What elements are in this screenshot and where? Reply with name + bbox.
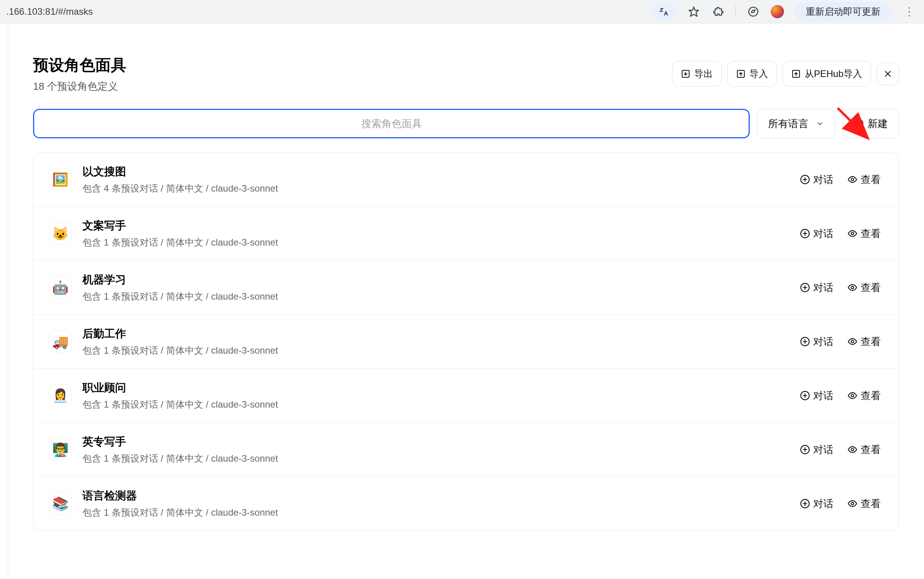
chevron-down-icon [816,119,824,128]
chat-label: 对话 [813,389,833,403]
plus-circle-icon [800,499,810,509]
language-select[interactable]: 所有语言 [757,109,835,138]
plus-circle-icon [800,283,810,293]
mask-title: 语言检测器 [82,488,800,503]
view-button[interactable]: 查看 [847,173,881,187]
page-title: 预设角色面具 [33,54,126,76]
import-pehub-button[interactable]: 从PEHub导入 [782,61,871,87]
plus-circle-icon [800,174,810,185]
language-label: 所有语言 [768,117,808,131]
eye-icon [847,228,858,239]
import-button[interactable]: 导入 [727,61,777,87]
mask-emoji: 📚 [49,492,72,515]
plus-circle-icon [800,445,810,455]
divider [735,6,736,17]
svg-point-15 [851,340,854,343]
mask-title: 后勤工作 [82,326,800,341]
svg-marker-0 [689,7,698,16]
browser-toolbar: .166.103:81/#/masks 重新启动即可更新 ⋮ [0,0,924,23]
mask-title: 以文搜图 [82,164,800,179]
upload-icon [791,69,801,78]
view-label: 查看 [861,497,881,511]
new-label: 新建 [868,117,888,131]
view-label: 查看 [861,335,881,349]
svg-point-21 [851,502,854,505]
mask-row: 🚚 后勤工作 包含 1 条预设对话 / 简体中文 / claude-3-sonn… [33,315,899,369]
eye-icon [847,391,858,401]
export-label: 导出 [694,68,713,80]
mask-row: 🖼️ 以文搜图 包含 4 条预设对话 / 简体中文 / claude-3-son… [33,153,899,207]
star-icon[interactable] [687,5,700,18]
upload-icon [736,69,746,78]
new-button[interactable]: 新建 [842,109,899,138]
view-button[interactable]: 查看 [847,443,881,457]
extensions-icon[interactable] [711,5,724,18]
chat-label: 对话 [813,173,833,187]
mask-subtitle: 包含 1 条预设对话 / 简体中文 / claude-3-sonnet [82,290,800,303]
view-button[interactable]: 查看 [847,335,881,349]
mask-emoji: 🚚 [49,330,72,353]
browser-update-button[interactable]: 重新启动即可更新 [795,2,891,21]
view-label: 查看 [861,227,881,241]
browser-menu-icon[interactable]: ⋮ [902,5,916,18]
close-button[interactable] [877,63,899,85]
chat-button[interactable]: 对话 [800,227,833,241]
view-button[interactable]: 查看 [847,497,881,511]
view-button[interactable]: 查看 [847,389,881,403]
view-label: 查看 [861,389,881,403]
chat-button[interactable]: 对话 [800,443,833,457]
mask-emoji: 🖼️ [49,168,72,191]
plus-circle-icon [800,228,810,239]
mask-subtitle: 包含 4 条预设对话 / 简体中文 / claude-3-sonnet [82,182,800,195]
mask-emoji: 👩‍💼 [49,384,72,407]
view-label: 查看 [861,173,881,187]
search-input[interactable] [34,118,749,130]
mask-subtitle: 包含 1 条预设对话 / 简体中文 / claude-3-sonnet [82,344,800,357]
view-label: 查看 [861,281,881,295]
plus-circle-icon [800,337,810,347]
chat-button[interactable]: 对话 [800,497,833,511]
mask-list: 🖼️ 以文搜图 包含 4 条预设对话 / 简体中文 / claude-3-son… [33,152,899,531]
mask-subtitle: 包含 1 条预设对话 / 简体中文 / claude-3-sonnet [82,506,800,519]
chat-button[interactable]: 对话 [800,281,833,295]
svg-point-9 [851,178,854,181]
svg-point-1 [749,7,758,16]
export-button[interactable]: 导出 [672,61,722,87]
mask-title: 职业顾问 [82,380,800,395]
mask-row: 👩‍💼 职业顾问 包含 1 条预设对话 / 简体中文 / claude-3-so… [33,369,899,423]
mask-emoji: 👨‍🏫 [49,438,72,461]
leaf-icon[interactable] [747,5,760,18]
mask-subtitle: 包含 1 条预设对话 / 简体中文 / claude-3-sonnet [82,452,800,465]
page-subtitle: 18 个预设角色定义 [33,80,126,93]
chat-label: 对话 [813,281,833,295]
plus-circle-icon [800,391,810,401]
import-label: 导入 [749,68,768,80]
chat-button[interactable]: 对话 [800,389,833,403]
plus-circle-icon [854,119,864,129]
chat-label: 对话 [813,443,833,457]
eye-icon [847,337,858,347]
chat-label: 对话 [813,335,833,349]
profile-avatar[interactable] [771,5,784,18]
chat-button[interactable]: 对话 [800,173,833,187]
chat-button[interactable]: 对话 [800,335,833,349]
mask-row: 😺 文案写手 包含 1 条预设对话 / 简体中文 / claude-3-sonn… [33,207,899,261]
eye-icon [847,445,858,455]
mask-row: 🤖 机器学习 包含 1 条预设对话 / 简体中文 / claude-3-sonn… [33,261,899,315]
mask-row: 📚 语言检测器 包含 1 条预设对话 / 简体中文 / claude-3-son… [33,477,899,530]
translate-icon[interactable] [651,3,676,20]
view-button[interactable]: 查看 [847,227,881,241]
svg-point-13 [851,286,854,289]
mask-emoji: 😺 [49,222,72,245]
address-bar-text[interactable]: .166.103:81/#/masks [5,6,651,17]
search-input-wrapper[interactable] [33,109,750,138]
mask-subtitle: 包含 1 条预设对话 / 简体中文 / claude-3-sonnet [82,398,800,411]
download-icon [681,69,690,78]
eye-icon [847,499,858,509]
mask-emoji: 🤖 [49,276,72,299]
mask-row: 👨‍🏫 英专写手 包含 1 条预设对话 / 简体中文 / claude-3-so… [33,423,899,477]
view-button[interactable]: 查看 [847,281,881,295]
import-pehub-label: 从PEHub导入 [805,68,862,80]
mask-title: 机器学习 [82,272,800,287]
svg-point-17 [851,394,854,397]
